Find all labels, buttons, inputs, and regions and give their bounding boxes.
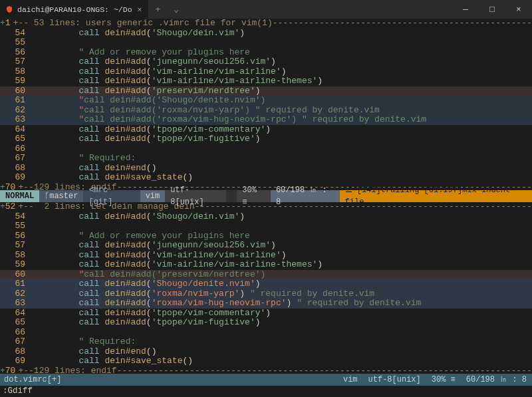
bottom-pane[interactable]: + 52 +-- 2 lines: Let dein manage dein--… xyxy=(0,202,532,374)
code-line[interactable]: 59 call dein#add('vim-airline/vim-airlin… xyxy=(0,76,532,86)
filetype-segment: vim xyxy=(140,190,166,202)
code-line[interactable]: 63 "call dein#add('roxma/vim-hug-neovim-… xyxy=(0,115,532,125)
warning-segment: ☰ [141]trailing [61:197]mix-indent-file xyxy=(340,190,532,202)
encoding-segment: utf-8[unix] xyxy=(165,190,226,202)
top-pane[interactable]: + 1 +-- 53 lines: users generic .vimrc f… xyxy=(0,19,532,190)
statusline-fill xyxy=(226,190,237,202)
tab-title: daichi@PARAN10-ONGS: ~/Do xyxy=(17,5,132,14)
command-line[interactable]: :Gdiff xyxy=(0,386,532,397)
code-line[interactable]: 60 call dein#add('preservim/nerdtree') xyxy=(0,86,532,96)
code-line[interactable]: 61 call dein#add('Shougo/denite.nvim') xyxy=(0,279,532,289)
code-line[interactable]: 65 call dein#add('tpope/vim-fugitive') xyxy=(0,318,532,328)
encoding-segment: utf-8[unix] xyxy=(363,374,426,386)
branch-icon: ᚴ xyxy=(45,190,49,202)
code-line[interactable]: 67 " Required: xyxy=(0,154,532,164)
code-line[interactable]: 57 call dein#add('junegunn/seoul256.vim'… xyxy=(0,57,532,67)
code-line[interactable]: 54 call dein#add('Shougo/dein.vim') xyxy=(0,29,532,39)
branch-segment: ᚴ master xyxy=(39,190,83,202)
code-line[interactable]: 55 xyxy=(0,38,532,48)
position-segment: 60/198 ㏑ : 8 xyxy=(461,374,532,386)
window-controls: — □ × xyxy=(452,0,532,19)
code-line[interactable]: 63 call dein#add('roxma/vim-hug-neovim-r… xyxy=(0,299,532,309)
code-line[interactable]: 67 " Required: xyxy=(0,337,532,347)
code-line[interactable]: 69 call dein#save_state() xyxy=(0,173,532,183)
code-line[interactable]: 56 " Add or remove your plugins here xyxy=(0,48,532,58)
tab-dropdown-icon[interactable]: ⌄ xyxy=(167,4,186,15)
code-line[interactable]: 55 xyxy=(0,221,532,231)
filename-segment: dot.vimrc[+] xyxy=(0,374,65,386)
statusline-active: NORMAL ᚴ master <mrc [git] vim utf-8[uni… xyxy=(0,190,532,202)
code-line[interactable]: 62 call dein#add('roxma/nvim-yarp') " re… xyxy=(0,289,532,299)
fold-line[interactable]: + 52 +-- 2 lines: Let dein manage dein--… xyxy=(0,202,532,212)
code-line[interactable]: 68 call dein#end() xyxy=(0,164,532,174)
code-line[interactable]: 64 call dein#add('tpope/vim-commentary') xyxy=(0,125,532,135)
code-line[interactable]: 58 call dein#add('vim-airline/vim-airlin… xyxy=(0,67,532,77)
code-line[interactable]: 60 "call dein#add('preservim/nerdtree') xyxy=(0,270,532,280)
tab-icon xyxy=(5,5,13,13)
percent-segment: 30% ≡ xyxy=(237,190,271,202)
fold-line[interactable]: + 1 +-- 53 lines: users generic .vimrc f… xyxy=(0,19,532,29)
code-line[interactable]: 62 "call dein#add('roxma/nvim-yarp') " r… xyxy=(0,106,532,116)
mode-segment: NORMAL xyxy=(0,190,39,202)
code-line[interactable]: 58 call dein#add('vim-airline/vim-airlin… xyxy=(0,251,532,261)
code-line[interactable]: 57 call dein#add('junegunn/seoul256.vim'… xyxy=(0,241,532,251)
filetype-segment: vim xyxy=(338,374,363,386)
code-line[interactable]: 66 xyxy=(0,144,532,154)
editor-area: + 1 +-- 53 lines: users generic .vimrc f… xyxy=(0,19,532,397)
minimize-button[interactable]: — xyxy=(452,0,479,19)
statusline-fill xyxy=(65,374,338,386)
code-line[interactable]: 59 call dein#add('vim-airline/vim-airlin… xyxy=(0,260,532,270)
statusline-inactive: dot.vimrc[+] vim utf-8[unix] 30% ≡ 60/19… xyxy=(0,374,532,386)
close-window-button[interactable]: × xyxy=(505,0,532,19)
code-line[interactable]: 65 call dein#add('tpope/vim-fugitive') xyxy=(0,134,532,144)
git-segment: <mrc [git] xyxy=(83,190,140,202)
maximize-button[interactable]: □ xyxy=(479,0,505,19)
code-line[interactable]: 69 call dein#save_state() xyxy=(0,356,532,366)
fold-line[interactable]: + 70 +--129 lines: endif----------------… xyxy=(0,366,532,374)
titlebar: daichi@PARAN10-ONGS: ~/Do × + ⌄ — □ × xyxy=(0,0,532,19)
code-line[interactable]: 61 "call dein#add('Shougo/denite.nvim') xyxy=(0,96,532,106)
code-line[interactable]: 68 call dein#end() xyxy=(0,347,532,357)
position-segment: 60/198 ㏑ : 8 xyxy=(271,190,340,202)
terminal-tab[interactable]: daichi@PARAN10-ONGS: ~/Do × xyxy=(0,0,148,19)
code-line[interactable]: 54 call dein#add('Shougo/dein.vim') xyxy=(0,212,532,222)
percent-segment: 30% ≡ xyxy=(426,374,461,386)
close-tab-icon[interactable]: × xyxy=(136,4,144,15)
code-line[interactable]: 64 call dein#add('tpope/vim-commentary') xyxy=(0,309,532,319)
code-line[interactable]: 66 xyxy=(0,328,532,338)
code-line[interactable]: 56 " Add or remove your plugins here xyxy=(0,231,532,241)
new-tab-button[interactable]: + xyxy=(148,5,167,15)
